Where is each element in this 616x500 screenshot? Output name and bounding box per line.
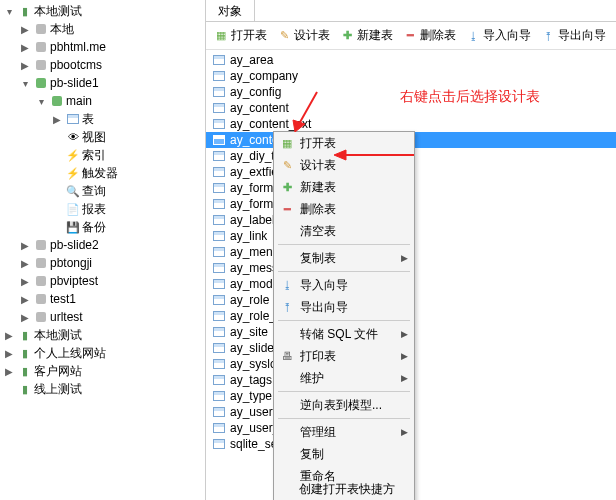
expander-icon[interactable]	[50, 202, 64, 216]
table-icon	[212, 117, 226, 131]
table-name: ay_company	[230, 69, 298, 83]
context-menu-item[interactable]: 逆向表到模型...	[274, 394, 414, 416]
table-icon	[212, 133, 226, 147]
tree-label: 触发器	[82, 165, 118, 182]
context-menu-item[interactable]: ⭳导入向导	[274, 274, 414, 296]
expander-icon[interactable]	[50, 220, 64, 234]
design-table-button[interactable]: ✎设计表	[273, 25, 334, 46]
tree-item[interactable]: ▶test1	[0, 290, 205, 308]
expander-icon[interactable]: ▶	[18, 274, 32, 288]
separator	[278, 418, 410, 419]
tree-item[interactable]: ▶urltest	[0, 308, 205, 326]
context-menu-item[interactable]: 🖶打印表▶	[274, 345, 414, 367]
connection-icon: ▮	[18, 346, 32, 360]
connection-5[interactable]: ▮ 线上测试	[0, 380, 205, 398]
table-row[interactable]: ay_area	[206, 52, 616, 68]
table-icon	[212, 357, 226, 371]
menu-label: 导入向导	[300, 277, 348, 294]
tree-item[interactable]: ⚡触发器	[0, 164, 205, 182]
chevron-right-icon[interactable]: ▶	[2, 364, 16, 378]
new-table-button[interactable]: ✚新建表	[336, 25, 397, 46]
context-menu-item[interactable]: 维护▶	[274, 367, 414, 389]
connection-4[interactable]: ▶ ▮ 客户网站	[0, 362, 205, 380]
expander-icon[interactable]: ▶	[18, 58, 32, 72]
tree-item[interactable]: ▶pbtongji	[0, 254, 205, 272]
expander-icon[interactable]: ▶	[18, 22, 32, 36]
chevron-right-icon: ▶	[401, 253, 408, 263]
blank-icon	[280, 251, 294, 265]
table-icon	[212, 213, 226, 227]
toolbar: ▦打开表 ✎设计表 ✚新建表 ━删除表 ⭳导入向导 ⭱导出向导	[206, 22, 616, 50]
tab-objects[interactable]: 对象	[206, 0, 255, 21]
tree-item[interactable]: ▾pb-slide1	[0, 74, 205, 92]
export-button[interactable]: ⭱导出向导	[537, 25, 610, 46]
connection-3[interactable]: ▶ ▮ 个人上线网站	[0, 344, 205, 362]
tree-item[interactable]: 🔍查询	[0, 182, 205, 200]
context-menu-item[interactable]: 创建打开表快捷方式...	[274, 487, 414, 500]
annotation-text: 右键点击后选择设计表	[400, 88, 540, 106]
svg-marker-3	[334, 150, 346, 160]
dbgrey-icon	[34, 256, 48, 270]
chevron-right-icon[interactable]: ▶	[2, 328, 16, 342]
context-menu-item[interactable]: ✚新建表	[274, 176, 414, 198]
connection-local-test[interactable]: ▾ ▮ 本地测试	[0, 2, 205, 20]
expander-icon[interactable]: ▶	[18, 40, 32, 54]
menu-label: 复制	[300, 446, 324, 463]
connection-2[interactable]: ▶ ▮ 本地测试	[0, 326, 205, 344]
expander-icon[interactable]: ▶	[18, 292, 32, 306]
context-menu-item[interactable]: 清空表	[274, 220, 414, 242]
context-menu-item[interactable]: ⭱导出向导	[274, 296, 414, 318]
connection-label: 本地测试	[34, 327, 82, 344]
expander-icon[interactable]: ▶	[50, 112, 64, 126]
expander-icon[interactable]	[50, 148, 64, 162]
expander-icon[interactable]	[50, 166, 64, 180]
tree-label: main	[66, 94, 92, 108]
tree-item[interactable]: ▶pbhtml.me	[0, 38, 205, 56]
tree-item[interactable]: ▾main	[0, 92, 205, 110]
expander-icon[interactable]: ▶	[18, 310, 32, 324]
context-menu-item[interactable]: 复制表▶	[274, 247, 414, 269]
expander-icon[interactable]: ▾	[34, 94, 48, 108]
menu-label: 导出向导	[300, 299, 348, 316]
tree-item[interactable]: ▶本地	[0, 20, 205, 38]
tree-item[interactable]: ▶pb-slide2	[0, 236, 205, 254]
tree-item[interactable]: ⚡索引	[0, 146, 205, 164]
chevron-down-icon[interactable]: ▾	[2, 4, 16, 18]
tree-label: pbviptest	[50, 274, 98, 288]
open-table-button[interactable]: ▦打开表	[210, 25, 271, 46]
tree-item[interactable]: ▶表	[0, 110, 205, 128]
backup-icon: 💾	[66, 220, 80, 234]
table-row[interactable]: ay_content_ext	[206, 116, 616, 132]
tree-item[interactable]: 👁视图	[0, 128, 205, 146]
tree-item[interactable]: 💾备份	[0, 218, 205, 236]
expander-icon[interactable]	[50, 184, 64, 198]
blank-icon	[280, 469, 294, 483]
table-icon	[212, 437, 226, 451]
table-icon	[212, 69, 226, 83]
tree-item[interactable]: 📄报表	[0, 200, 205, 218]
chevron-right-icon[interactable]: ▶	[2, 346, 16, 360]
expander-icon[interactable]	[50, 130, 64, 144]
export-icon: ⭱	[280, 300, 294, 314]
context-menu-item[interactable]: ━删除表	[274, 198, 414, 220]
query-icon: 🔍	[66, 184, 80, 198]
report-icon: 📄	[66, 202, 80, 216]
menu-label: 设计表	[300, 157, 336, 174]
context-menu-item[interactable]: 转储 SQL 文件▶	[274, 323, 414, 345]
import-button[interactable]: ⭳导入向导	[462, 25, 535, 46]
table-row[interactable]: ay_company	[206, 68, 616, 84]
context-menu-item[interactable]: 管理组▶	[274, 421, 414, 443]
delete-table-button[interactable]: ━删除表	[399, 25, 460, 46]
annotation-arrow-2	[334, 149, 416, 161]
expander-icon[interactable]: ▾	[18, 76, 32, 90]
table-name: ay_site	[230, 325, 268, 339]
chevron-right-icon[interactable]	[2, 382, 16, 396]
export-icon: ⭱	[541, 29, 555, 43]
btn-label: 删除表	[420, 27, 456, 44]
tree-item[interactable]: ▶pbviptest	[0, 272, 205, 290]
context-menu-item[interactable]: 复制	[274, 443, 414, 465]
tree-item[interactable]: ▶pbootcms	[0, 56, 205, 74]
plus-icon: ✚	[340, 29, 354, 43]
expander-icon[interactable]: ▶	[18, 238, 32, 252]
expander-icon[interactable]: ▶	[18, 256, 32, 270]
